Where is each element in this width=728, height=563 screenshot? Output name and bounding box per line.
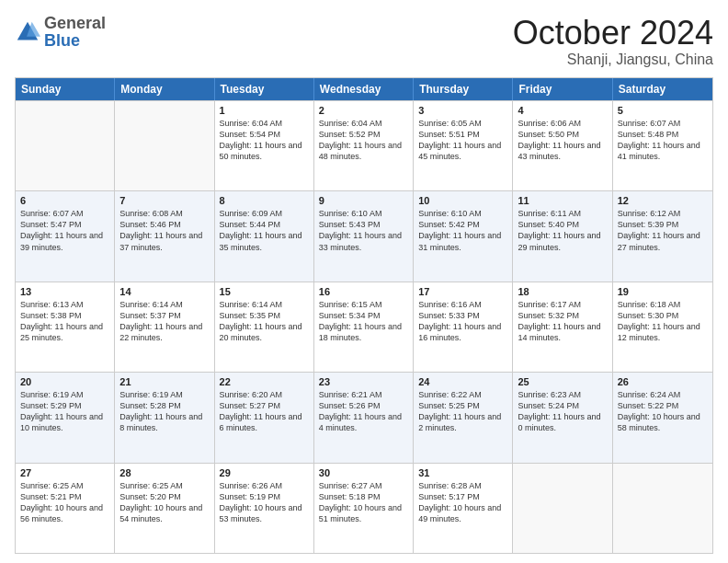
day-number: 31 <box>418 467 507 478</box>
day-number: 1 <box>220 105 309 116</box>
calendar-cell: 31Sunrise: 6:28 AMSunset: 5:17 PMDayligh… <box>414 464 513 553</box>
day-number: 11 <box>518 195 607 206</box>
cell-info: Sunrise: 6:05 AMSunset: 5:51 PMDaylight:… <box>418 118 507 163</box>
day-number: 16 <box>319 286 408 297</box>
cell-info: Sunrise: 6:28 AMSunset: 5:17 PMDaylight:… <box>418 480 507 525</box>
cell-info: Sunrise: 6:09 AMSunset: 5:44 PMDaylight:… <box>220 208 309 253</box>
weekday-header-friday: Friday <box>513 78 612 100</box>
calendar-cell: 17Sunrise: 6:16 AMSunset: 5:33 PMDayligh… <box>414 282 513 372</box>
location-title: Shanji, Jiangsu, China <box>513 52 713 68</box>
cell-info: Sunrise: 6:11 AMSunset: 5:40 PMDaylight:… <box>518 208 607 253</box>
cell-info: Sunrise: 6:22 AMSunset: 5:25 PMDaylight:… <box>418 389 507 434</box>
logo-general-text: General <box>44 14 106 32</box>
calendar-body: 1Sunrise: 6:04 AMSunset: 5:54 PMDaylight… <box>16 100 712 553</box>
calendar-cell: 5Sunrise: 6:07 AMSunset: 5:48 PMDaylight… <box>613 101 712 190</box>
calendar-cell: 11Sunrise: 6:11 AMSunset: 5:40 PMDayligh… <box>513 191 612 281</box>
cell-info: Sunrise: 6:04 AMSunset: 5:52 PMDaylight:… <box>319 118 408 163</box>
cell-info: Sunrise: 6:25 AMSunset: 5:21 PMDaylight:… <box>20 480 109 525</box>
calendar-cell <box>16 101 115 190</box>
calendar-cell: 16Sunrise: 6:15 AMSunset: 5:34 PMDayligh… <box>314 282 414 372</box>
cell-info: Sunrise: 6:07 AMSunset: 5:47 PMDaylight:… <box>20 208 109 253</box>
weekday-header-monday: Monday <box>115 78 214 100</box>
cell-info: Sunrise: 6:13 AMSunset: 5:38 PMDaylight:… <box>20 299 109 344</box>
month-title: October 2024 <box>513 15 713 52</box>
day-number: 27 <box>20 467 109 478</box>
cell-info: Sunrise: 6:16 AMSunset: 5:33 PMDaylight:… <box>418 299 507 344</box>
cell-info: Sunrise: 6:10 AMSunset: 5:43 PMDaylight:… <box>319 208 408 253</box>
cell-info: Sunrise: 6:07 AMSunset: 5:48 PMDaylight:… <box>618 118 708 163</box>
calendar-cell: 4Sunrise: 6:06 AMSunset: 5:50 PMDaylight… <box>513 101 612 190</box>
calendar-cell: 28Sunrise: 6:25 AMSunset: 5:20 PMDayligh… <box>115 464 214 553</box>
day-number: 19 <box>618 286 708 297</box>
cell-info: Sunrise: 6:10 AMSunset: 5:42 PMDaylight:… <box>418 208 507 253</box>
calendar-cell: 9Sunrise: 6:10 AMSunset: 5:43 PMDaylight… <box>314 191 414 281</box>
calendar-cell: 15Sunrise: 6:14 AMSunset: 5:35 PMDayligh… <box>215 282 314 372</box>
calendar-cell: 23Sunrise: 6:21 AMSunset: 5:26 PMDayligh… <box>314 373 414 462</box>
cell-info: Sunrise: 6:26 AMSunset: 5:19 PMDaylight:… <box>220 480 309 525</box>
cell-info: Sunrise: 6:06 AMSunset: 5:50 PMDaylight:… <box>518 118 607 163</box>
cell-info: Sunrise: 6:27 AMSunset: 5:18 PMDaylight:… <box>319 480 408 525</box>
day-number: 3 <box>418 105 507 116</box>
day-number: 12 <box>618 195 708 206</box>
calendar-cell: 22Sunrise: 6:20 AMSunset: 5:27 PMDayligh… <box>215 373 314 462</box>
day-number: 5 <box>618 105 708 116</box>
day-number: 2 <box>319 105 408 116</box>
cell-info: Sunrise: 6:21 AMSunset: 5:26 PMDaylight:… <box>319 389 408 434</box>
day-number: 18 <box>518 286 607 297</box>
day-number: 25 <box>518 376 607 387</box>
day-number: 30 <box>319 467 408 478</box>
calendar-cell: 13Sunrise: 6:13 AMSunset: 5:38 PMDayligh… <box>16 282 115 372</box>
day-number: 7 <box>119 195 209 206</box>
day-number: 15 <box>220 286 309 297</box>
logo-icon <box>15 19 40 45</box>
calendar-cell: 27Sunrise: 6:25 AMSunset: 5:21 PMDayligh… <box>16 464 115 553</box>
calendar-cell: 3Sunrise: 6:05 AMSunset: 5:51 PMDaylight… <box>414 101 513 190</box>
calendar-row-2: 6Sunrise: 6:07 AMSunset: 5:47 PMDaylight… <box>16 190 712 281</box>
weekday-header-wednesday: Wednesday <box>314 78 414 100</box>
weekday-header-sunday: Sunday <box>16 78 115 100</box>
cell-info: Sunrise: 6:12 AMSunset: 5:39 PMDaylight:… <box>618 208 708 253</box>
calendar-row-5: 27Sunrise: 6:25 AMSunset: 5:21 PMDayligh… <box>16 463 712 553</box>
day-number: 24 <box>418 376 507 387</box>
page: General Blue October 2024 Shanji, Jiangs… <box>0 0 728 563</box>
cell-info: Sunrise: 6:08 AMSunset: 5:46 PMDaylight:… <box>119 208 209 253</box>
day-number: 20 <box>20 376 109 387</box>
cell-info: Sunrise: 6:23 AMSunset: 5:24 PMDaylight:… <box>518 389 607 434</box>
day-number: 23 <box>319 376 408 387</box>
title-block: October 2024 Shanji, Jiangsu, China <box>513 15 713 68</box>
cell-info: Sunrise: 6:14 AMSunset: 5:35 PMDaylight:… <box>220 299 309 344</box>
calendar-cell: 20Sunrise: 6:19 AMSunset: 5:29 PMDayligh… <box>16 373 115 462</box>
cell-info: Sunrise: 6:19 AMSunset: 5:28 PMDaylight:… <box>119 389 209 434</box>
day-number: 14 <box>119 286 209 297</box>
header: General Blue October 2024 Shanji, Jiangs… <box>15 15 713 68</box>
calendar-row-4: 20Sunrise: 6:19 AMSunset: 5:29 PMDayligh… <box>16 372 712 462</box>
calendar-cell: 14Sunrise: 6:14 AMSunset: 5:37 PMDayligh… <box>115 282 214 372</box>
calendar-cell: 21Sunrise: 6:19 AMSunset: 5:28 PMDayligh… <box>115 373 214 462</box>
calendar-cell: 8Sunrise: 6:09 AMSunset: 5:44 PMDaylight… <box>215 191 314 281</box>
cell-info: Sunrise: 6:15 AMSunset: 5:34 PMDaylight:… <box>319 299 408 344</box>
calendar-cell: 12Sunrise: 6:12 AMSunset: 5:39 PMDayligh… <box>613 191 712 281</box>
day-number: 8 <box>220 195 309 206</box>
calendar-cell: 29Sunrise: 6:26 AMSunset: 5:19 PMDayligh… <box>215 464 314 553</box>
logo-blue-text: Blue <box>44 31 80 50</box>
logo: General Blue <box>15 15 106 50</box>
cell-info: Sunrise: 6:17 AMSunset: 5:32 PMDaylight:… <box>518 299 607 344</box>
day-number: 28 <box>119 467 209 478</box>
weekday-header-saturday: Saturday <box>613 78 712 100</box>
day-number: 22 <box>220 376 309 387</box>
calendar-cell: 30Sunrise: 6:27 AMSunset: 5:18 PMDayligh… <box>314 464 414 553</box>
calendar-cell: 10Sunrise: 6:10 AMSunset: 5:42 PMDayligh… <box>414 191 513 281</box>
day-number: 13 <box>20 286 109 297</box>
cell-info: Sunrise: 6:20 AMSunset: 5:27 PMDaylight:… <box>220 389 309 434</box>
day-number: 10 <box>418 195 507 206</box>
calendar-row-3: 13Sunrise: 6:13 AMSunset: 5:38 PMDayligh… <box>16 282 712 372</box>
calendar-cell: 18Sunrise: 6:17 AMSunset: 5:32 PMDayligh… <box>513 282 612 372</box>
cell-info: Sunrise: 6:19 AMSunset: 5:29 PMDaylight:… <box>20 389 109 434</box>
calendar-cell: 24Sunrise: 6:22 AMSunset: 5:25 PMDayligh… <box>414 373 513 462</box>
cell-info: Sunrise: 6:25 AMSunset: 5:20 PMDaylight:… <box>119 480 209 525</box>
day-number: 6 <box>20 195 109 206</box>
calendar: SundayMondayTuesdayWednesdayThursdayFrid… <box>15 77 713 554</box>
day-number: 21 <box>119 376 209 387</box>
calendar-cell <box>613 464 712 553</box>
weekday-header-tuesday: Tuesday <box>215 78 314 100</box>
